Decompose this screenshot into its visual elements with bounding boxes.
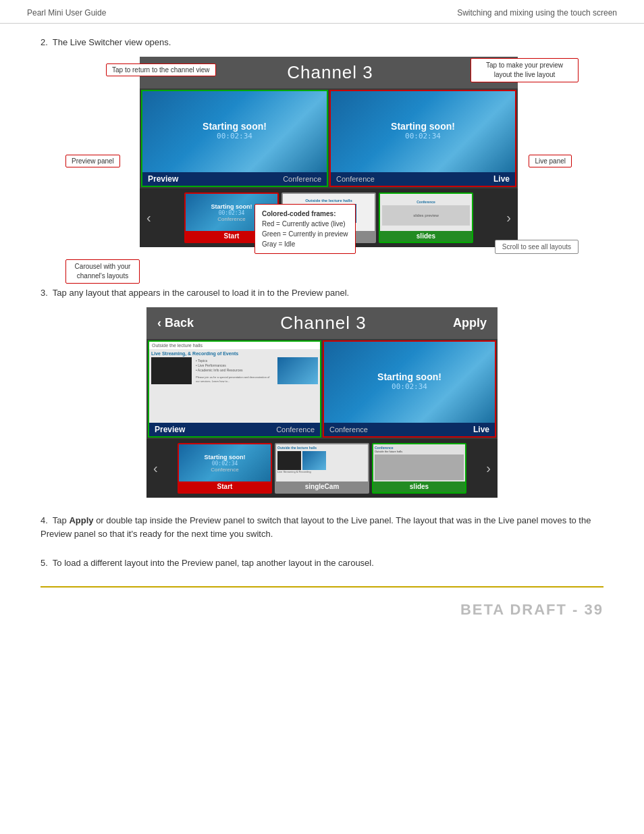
channel-title-2: Channel 3 <box>280 313 367 334</box>
step5-text: 5. To load a different layout into the P… <box>41 556 603 570</box>
carousel2-btn-1[interactable]: singleCam <box>276 481 368 492</box>
apply-button-2[interactable]: Apply <box>453 316 487 330</box>
live-panel-content: Starting soon! 00:02:34 <box>391 121 455 140</box>
carousel2-left-arrow[interactable]: ‹ <box>149 461 162 476</box>
live-starting-soon-2: Starting soon! <box>377 371 441 382</box>
step2-text: 2. The Live Switcher view opens. <box>41 37 603 47</box>
live2-label: Live <box>473 425 489 434</box>
step-3: 3. Tap any layout that appears in the ca… <box>41 288 603 498</box>
step-2: 2. The Live Switcher view opens. Tap to … <box>41 37 603 247</box>
live-conference: Conference <box>336 175 375 183</box>
preview-timer: 00:02:34 <box>203 132 267 140</box>
header-right: Switching and mixing using the touch scr… <box>457 8 617 18</box>
carousel2-item-1[interactable]: Outside the lecture halls Live Streaming… <box>275 443 369 494</box>
preview-panel: Starting soon! 00:02:34 Preview Conferen… <box>141 90 328 187</box>
switcher2-header: ‹ Back Channel 3 Apply <box>146 307 498 339</box>
live2-footer: Conference Live <box>324 423 495 436</box>
live-panel-content-2: Starting soon! 00:02:34 <box>377 371 441 391</box>
carousel2-thumb-0: Starting soon! 00:02:34 Conference <box>179 444 271 481</box>
channel-title: Channel 3 <box>287 62 373 83</box>
carousel2-item-0[interactable]: Starting soon! 00:02:34 Conference Start <box>178 443 272 494</box>
carousel2-btn-0[interactable]: Start <box>179 481 271 492</box>
carousel2-btn-2[interactable]: slides <box>373 481 465 492</box>
back-button-2[interactable]: ‹ Back <box>157 316 194 330</box>
live-panel-2: Starting soon! 00:02:34 Conference Live <box>323 340 496 438</box>
step3-text: 3. Tap any layout that appears in the ca… <box>41 288 603 298</box>
panels-row: Starting soon! 00:02:34 Preview Conferen… <box>140 88 518 188</box>
preview2-conference: Conference <box>276 425 315 434</box>
preview-starting-soon: Starting soon! <box>203 121 267 132</box>
carousel2-thumb-1: Outside the lecture halls Live Streaming… <box>276 444 368 481</box>
live-label: Live <box>493 174 510 184</box>
preview-panel-content: Starting soon! 00:02:34 <box>203 121 267 140</box>
carousel2-right-arrow[interactable]: › <box>482 461 495 476</box>
callout-live-panel: Live panel <box>529 155 572 167</box>
preview-label: Preview <box>148 174 178 184</box>
live-panel-bg-2: Starting soon! 00:02:34 <box>324 342 495 423</box>
carousel-btn-2[interactable]: slides <box>380 231 472 242</box>
carousel-right-arrow[interactable]: › <box>502 210 515 226</box>
live-panel: Starting soon! 00:02:34 Conference Live <box>329 90 516 187</box>
color-code-box: Colored-coded frames: Red = Currently ac… <box>254 204 356 254</box>
carousel-2: ‹ Starting soon! 00:02:34 Conference <box>146 439 498 498</box>
preview-panel-bg: Starting soon! 00:02:34 <box>142 91 327 172</box>
panels-row-2: Outside the lecture halls Live Streaming… <box>146 339 498 439</box>
live-starting-soon: Starting soon! <box>391 121 455 132</box>
page-content: 2. The Live Switcher view opens. Tap to … <box>0 24 644 646</box>
live-panel-bg: Starting soon! 00:02:34 <box>331 91 515 172</box>
preview-web-content: Outside the lecture halls Live Streaming… <box>149 342 320 423</box>
live-timer-2: 00:02:34 <box>377 382 441 391</box>
preview2-footer: Preview Conference <box>149 423 320 436</box>
page-footer: BETA DRAFT - 39 <box>41 601 603 619</box>
preview-conference: Conference <box>283 175 321 183</box>
callout-back: Tap to return to the channel view <box>106 63 216 76</box>
live2-conference: Conference <box>329 425 368 434</box>
step-5: 5. To load a different layout into the P… <box>41 556 603 570</box>
carousel-thumb-2: Conference slides preview <box>380 194 472 231</box>
gold-divider <box>41 586 603 588</box>
header-left: Pearl Mini User Guide <box>27 8 106 18</box>
page-header: Pearl Mini User Guide Switching and mixi… <box>0 0 644 24</box>
carousel2-items: Starting soon! 00:02:34 Conference Start… <box>165 443 480 494</box>
carousel-left-arrow[interactable]: ‹ <box>142 210 155 226</box>
carousel-item-2[interactable]: Conference slides preview slides <box>379 192 473 243</box>
step-4: 4. Tap Apply or double tap inside the Pr… <box>41 514 603 540</box>
callout-apply: Tap to make your preview layout the live… <box>471 58 579 82</box>
step4-text: 4. Tap Apply or double tap inside the Pr… <box>41 514 603 540</box>
preview-panel-2: Outside the lecture halls Live Streaming… <box>148 340 321 438</box>
callout-carousel: Carousel with your channel's layouts <box>65 259 140 284</box>
live-panel-footer: Conference Live <box>331 172 515 186</box>
callout-preview-panel: Preview panel <box>65 155 120 167</box>
carousel2-thumb-2: Conference Outside the future halls <box>373 444 465 481</box>
preview-panel-footer: Preview Conference <box>142 172 327 186</box>
scroll-box: Scroll to see all layouts <box>495 240 579 254</box>
carousel2-item-2[interactable]: Conference Outside the future halls slid… <box>372 443 466 494</box>
switcher-diagram-2: ‹ Back Channel 3 Apply Outside the lectu… <box>146 307 498 498</box>
live-timer: 00:02:34 <box>391 132 455 140</box>
preview2-label: Preview <box>155 425 185 434</box>
